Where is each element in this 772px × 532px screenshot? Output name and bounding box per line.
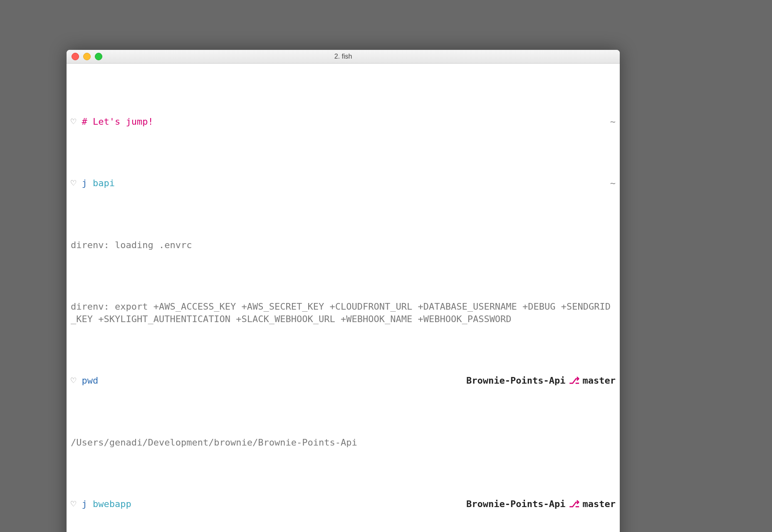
window-title: 2. fish: [334, 53, 352, 60]
command-arg: bapi: [93, 178, 115, 188]
terminal-line: ♡ j bwebapp Brownie-Points-Api⎇master: [71, 498, 616, 510]
terminal-content[interactable]: ♡ # Let's jump! ~ ♡ j bapi ~ direnv: loa…: [67, 64, 620, 532]
output-text: direnv: loading .envrc: [71, 239, 616, 251]
heart-icon: ♡: [71, 178, 76, 188]
comment-text: Let's jump!: [93, 116, 153, 127]
branch-icon: ⎇: [569, 498, 579, 510]
minimize-button[interactable]: [83, 53, 91, 60]
tilde-indicator: ~: [610, 116, 616, 128]
window-controls: [72, 53, 102, 60]
tilde-indicator: ~: [610, 177, 616, 190]
terminal-line: ♡ pwd Brownie-Points-Api⎇master: [71, 374, 616, 387]
command-arg: bwebapp: [93, 499, 131, 509]
heart-icon: ♡: [71, 375, 76, 386]
close-button[interactable]: [72, 53, 79, 60]
branch-icon: ⎇: [569, 374, 579, 387]
repo-name: Brownie-Points-Api: [466, 374, 565, 387]
heart-icon: ♡: [71, 499, 76, 509]
repo-name: Brownie-Points-Api: [466, 498, 565, 510]
branch-name: master: [583, 374, 616, 387]
titlebar: 2. fish: [67, 50, 620, 64]
terminal-line: ♡ # Let's jump! ~: [71, 116, 616, 128]
branch-name: master: [583, 498, 616, 510]
command-text: pwd: [82, 375, 99, 386]
terminal-window: 2. fish ♡ # Let's jump! ~ ♡ j bapi ~ dir…: [67, 50, 620, 532]
output-text: /Users/genadi/Development/brownie/Browni…: [71, 436, 616, 449]
command-text: j: [82, 178, 87, 188]
maximize-button[interactable]: [95, 53, 102, 60]
terminal-line: ♡ j bapi ~: [71, 177, 616, 190]
output-text: direnv: export +AWS_ACCESS_KEY +AWS_SECR…: [71, 300, 616, 325]
hash-symbol: #: [82, 116, 87, 127]
command-text: j: [82, 499, 87, 509]
heart-icon: ♡: [71, 116, 76, 127]
